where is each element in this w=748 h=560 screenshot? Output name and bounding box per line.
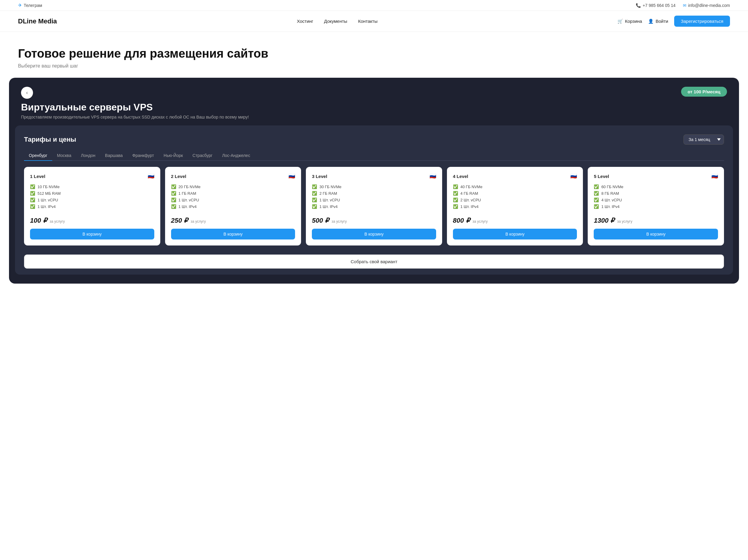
feature-text: 8 ГБ RAM: [601, 191, 619, 196]
tab-newyork[interactable]: Нью-Йорк: [159, 151, 188, 161]
tab-strasbourg[interactable]: Страсбург: [188, 151, 217, 161]
tab-warsaw[interactable]: Варшава: [100, 151, 127, 161]
email-icon: ✉: [683, 3, 686, 8]
plan-flag: 🇷🇺: [570, 173, 577, 180]
feature-text: 20 ГБ NVMe: [179, 185, 201, 189]
check-icon: ✅: [30, 197, 35, 202]
plan-features: ✅ 30 ГБ NVMe ✅ 2 ГБ RAM ✅ 1 Шт. vCPU ✅ 1…: [312, 184, 436, 211]
check-icon: ✅: [171, 204, 176, 209]
check-icon: ✅: [453, 197, 458, 202]
cart-link[interactable]: 🛒 Корзина: [617, 19, 642, 24]
plan-name: 1 Level: [30, 174, 45, 179]
check-icon: ✅: [30, 204, 35, 209]
back-button[interactable]: ‹: [21, 87, 33, 99]
cart-icon: 🛒: [617, 19, 623, 24]
price-period: за услугу: [49, 219, 65, 224]
plan-flag: 🇷🇺: [288, 173, 295, 180]
nav-hosting[interactable]: Хостинг: [297, 19, 313, 24]
check-icon: ✅: [594, 184, 599, 189]
feature-text: 40 ГБ NVMe: [461, 185, 482, 189]
register-button[interactable]: Зарегистрироваться: [674, 16, 730, 27]
plan-card-3: 3 Level 🇷🇺 ✅ 30 ГБ NVMe ✅ 2 ГБ RAM ✅ 1 Ш…: [306, 167, 442, 246]
plan-feature: ✅ 10 ГБ NVMe: [30, 184, 154, 189]
add-to-cart-button[interactable]: В корзину: [594, 229, 718, 239]
tab-frankfurt[interactable]: Франкфурт: [127, 151, 159, 161]
price-badge: от 100 Р/месяц: [681, 87, 727, 97]
feature-text: 1 Шт. IPv4: [319, 204, 338, 209]
check-icon: ✅: [30, 184, 35, 189]
add-to-cart-button[interactable]: В корзину: [312, 229, 436, 239]
plan-price: 250 ₽ за услугу: [171, 217, 295, 225]
location-tabs: Оренбург Москва Лондон Варшава Франкфурт…: [24, 151, 724, 161]
check-icon: ✅: [312, 197, 317, 202]
telegram-link[interactable]: Телеграм: [24, 3, 42, 8]
phone-icon: 📞: [636, 3, 641, 8]
feature-text: 30 ГБ NVMe: [319, 185, 341, 189]
header: DLine Media Хостинг Документы Контакты 🛒…: [0, 11, 748, 32]
price-period: за услугу: [331, 219, 347, 224]
price-amount: 500 ₽: [312, 217, 329, 224]
plans-grid: 1 Level 🇷🇺 ✅ 10 ГБ NVMe ✅ 512 МБ RAM ✅ 1…: [24, 167, 724, 246]
vps-subtitle: Предоставляем производительные VPS серве…: [21, 115, 727, 119]
price-period: за услугу: [472, 219, 488, 224]
check-icon: ✅: [453, 191, 458, 196]
price-period: за услугу: [191, 219, 206, 224]
plan-features: ✅ 60 ГБ NVMe ✅ 8 ГБ RAM ✅ 4 Шт. vCPU ✅ 1…: [594, 184, 718, 211]
check-icon: ✅: [312, 184, 317, 189]
plan-feature: ✅ 1 Шт. IPv4: [171, 204, 295, 209]
plan-feature: ✅ 4 ГБ RAM: [453, 191, 577, 196]
plan-name: 2 Level: [171, 174, 186, 179]
cart-label: Корзина: [625, 19, 642, 24]
check-icon: ✅: [594, 191, 599, 196]
plan-header: 2 Level 🇷🇺: [171, 173, 295, 180]
nav-documents[interactable]: Документы: [324, 19, 347, 24]
check-icon: ✅: [453, 184, 458, 189]
main-nav: Хостинг Документы Контакты: [297, 19, 378, 24]
price-amount: 100 ₽: [30, 217, 47, 224]
plan-feature: ✅ 1 Шт. IPv4: [312, 204, 436, 209]
email-link[interactable]: ✉ info@dline-media.com: [683, 3, 730, 8]
price-amount: 1300 ₽: [594, 217, 614, 224]
nav-contacts[interactable]: Контакты: [358, 19, 378, 24]
feature-text: 60 ГБ NVMe: [601, 185, 623, 189]
plan-price: 1300 ₽ за услугу: [594, 217, 718, 225]
topbar: ✈ Телеграм 📞 +7 985 664 05 14 ✉ info@dli…: [0, 0, 748, 11]
add-to-cart-button[interactable]: В корзину: [30, 229, 154, 239]
login-link[interactable]: 👤 Войти: [648, 19, 668, 24]
tab-orenburg[interactable]: Оренбург: [24, 151, 52, 161]
tab-london[interactable]: Лондон: [76, 151, 100, 161]
plan-flag: 🇷🇺: [711, 173, 718, 180]
add-to-cart-button[interactable]: В корзину: [171, 229, 295, 239]
plan-feature: ✅ 1 Шт. IPv4: [453, 204, 577, 209]
period-select[interactable]: За 1 месяц За 3 месяца За 6 месяцев За 1…: [683, 135, 724, 145]
pricing-card: Тарифы и цены За 1 месяц За 3 месяца За …: [15, 125, 733, 275]
price-period: за услугу: [617, 219, 632, 224]
tab-moscow[interactable]: Москва: [52, 151, 76, 161]
tab-losangeles[interactable]: Лос-Анджелес: [217, 151, 255, 161]
plan-features: ✅ 10 ГБ NVMe ✅ 512 МБ RAM ✅ 1 Шт. vCPU ✅…: [30, 184, 154, 211]
header-actions: 🛒 Корзина 👤 Войти Зарегистрироваться: [617, 16, 730, 27]
pricing-card-header: Тарифы и цены За 1 месяц За 3 месяца За …: [24, 135, 724, 145]
plan-features: ✅ 20 ГБ NVMe ✅ 1 ГБ RAM ✅ 1 Шт. vCPU ✅ 1…: [171, 184, 295, 211]
plan-feature: ✅ 1 Шт. vCPU: [30, 197, 154, 202]
plan-feature: ✅ 4 Шт. vCPU: [594, 197, 718, 202]
telegram-icon: ✈: [18, 2, 22, 8]
plan-header: 5 Level 🇷🇺: [594, 173, 718, 180]
plan-name: 3 Level: [312, 174, 327, 179]
plan-feature: ✅ 1 Шт. vCPU: [171, 197, 295, 202]
check-icon: ✅: [171, 184, 176, 189]
add-to-cart-button[interactable]: В корзину: [453, 229, 577, 239]
plan-flag: 🇷🇺: [148, 173, 154, 180]
plan-name: 5 Level: [594, 174, 609, 179]
plan-card-5: 5 Level 🇷🇺 ✅ 60 ГБ NVMe ✅ 8 ГБ RAM ✅ 4 Ш…: [588, 167, 724, 246]
section-header: ‹ от 100 Р/месяц: [9, 78, 739, 102]
logo: DLine Media: [18, 17, 57, 25]
custom-plan-button[interactable]: Собрать свой вариант: [24, 255, 724, 269]
plan-name: 4 Level: [453, 174, 468, 179]
plan-price: 500 ₽ за услугу: [312, 217, 436, 225]
phone-link[interactable]: 📞 +7 985 664 05 14: [636, 3, 675, 8]
check-icon: ✅: [312, 191, 317, 196]
plan-feature: ✅ 1 Шт. IPv4: [30, 204, 154, 209]
feature-text: 1 Шт. IPv4: [38, 204, 56, 209]
hero-title: Готовое решение для размещения сайтов: [18, 47, 730, 60]
